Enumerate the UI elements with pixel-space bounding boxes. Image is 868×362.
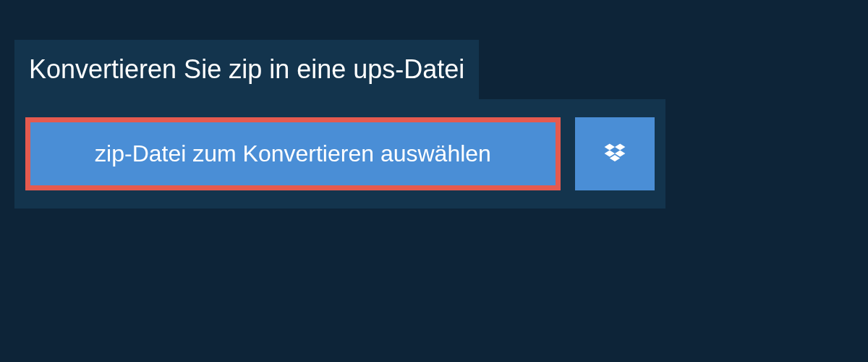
converter-panel: Konvertieren Sie zip in eine ups-Datei z… [14,40,665,209]
select-file-button[interactable]: zip-Datei zum Konvertieren auswählen [25,117,561,190]
title-bar: Konvertieren Sie zip in eine ups-Datei [14,40,479,99]
select-file-button-label: zip-Datei zum Konvertieren auswählen [95,140,491,167]
dropbox-icon [602,141,628,167]
page-title: Konvertieren Sie zip in eine ups-Datei [29,54,464,85]
file-select-row: zip-Datei zum Konvertieren auswählen [14,99,665,209]
dropbox-button[interactable] [575,117,655,190]
